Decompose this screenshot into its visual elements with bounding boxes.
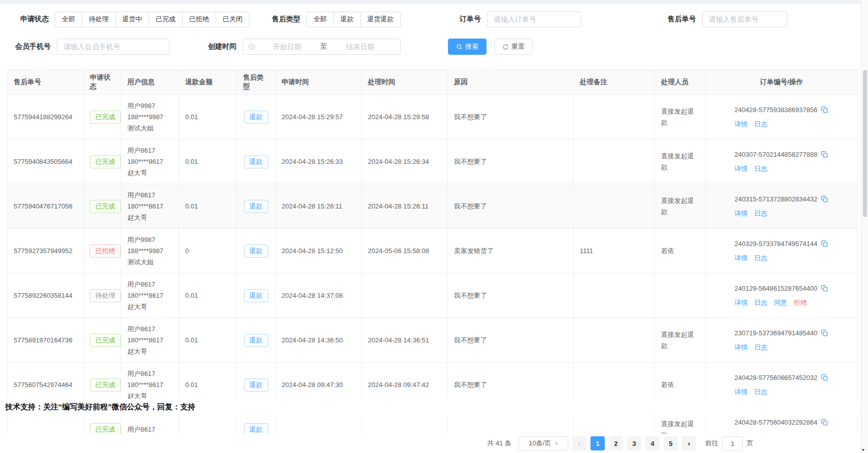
action-link-详情[interactable]: 详情 [735, 299, 748, 306]
page-button-2[interactable]: 2 [609, 436, 623, 450]
user-info-line: 用户8617 [127, 368, 172, 379]
column-header-8: 处理备注 [574, 70, 655, 95]
search-icon [456, 44, 463, 50]
user-info-line: 用户8617 [127, 190, 172, 201]
type-filter-option-1[interactable]: 退款 [333, 12, 361, 27]
reason-cell: 我不想要了 [448, 184, 574, 229]
action-link-日志[interactable]: 日志 [754, 210, 768, 217]
scrollbar-thumb[interactable] [863, 70, 867, 217]
action-link-详情[interactable]: 详情 [735, 388, 748, 396]
reason-cell: 我不想要了 [448, 273, 574, 318]
date-range-picker[interactable]: 至 [242, 39, 401, 55]
phone-input[interactable] [57, 39, 169, 55]
column-header-10: 订单编号/操作 [706, 70, 858, 95]
handle-time-cell: 2024-04-28 14:36:51 [362, 318, 448, 363]
order-number-text: 240329-5733784749574144 [735, 238, 817, 250]
copy-icon[interactable] [821, 240, 828, 248]
reason-cell: 卖家发错货了 [448, 229, 574, 273]
apply-time-cell: 2024-04-28 14:37:08 [275, 273, 362, 318]
user-info-cell: 用户9987188****9987测试大姐 [121, 95, 179, 140]
page-size-select[interactable]: 10条/页 ▾ [518, 436, 568, 450]
type-filter-option-0[interactable]: 全部 [306, 12, 334, 27]
service-no-input[interactable] [702, 11, 787, 27]
copy-icon[interactable] [821, 329, 828, 337]
chevron-down-icon: ▾ [555, 440, 558, 447]
search-button[interactable]: 搜索 [448, 39, 487, 55]
page-button-1[interactable]: 1 [591, 436, 605, 450]
column-header-2: 用户信息 [121, 70, 179, 95]
copy-icon[interactable] [821, 106, 828, 114]
table-row: 5775940476717056已完成用户8617180****8617赵大哥0… [8, 184, 858, 229]
page-button-4[interactable]: 4 [645, 436, 659, 450]
order-number-text: 240428-5775938386937856 [735, 104, 817, 116]
next-page-button[interactable]: › [682, 436, 696, 450]
refund-amount-cell: 0 [179, 229, 237, 273]
copy-icon[interactable] [821, 419, 828, 426]
action-link-日志[interactable]: 日志 [754, 254, 768, 262]
handle-time-cell: 2024-05-06 15:58:08 [362, 229, 448, 273]
handler-cell: 直接发起退款 [655, 140, 706, 184]
prev-page-button[interactable]: ‹ [572, 436, 586, 450]
user-info-line: 188****9987 [127, 246, 172, 257]
vertical-scrollbar[interactable]: ▾ [861, 0, 868, 453]
order-number-text: 240315-5713728802834432 [735, 194, 817, 205]
action-link-详情[interactable]: 详情 [735, 254, 748, 262]
action-link-详情[interactable]: 详情 [735, 120, 748, 128]
action-link-详情[interactable]: 详情 [735, 343, 748, 351]
row-actions: 详情日志同意拒绝 [735, 297, 828, 308]
column-header-1: 申请状态 [84, 70, 121, 95]
column-header-0: 售后单号 [8, 70, 84, 95]
goto-page-input[interactable] [722, 436, 743, 450]
order-ops-cell: 230719-5373694791485440详情日志 [706, 318, 858, 363]
status-tag: 已完成 [90, 378, 121, 392]
start-date-input[interactable] [257, 43, 317, 51]
status-filter-option-3[interactable]: 已完成 [149, 12, 183, 27]
copy-icon[interactable] [821, 195, 828, 203]
type-cell: 退款 [237, 229, 275, 273]
copy-icon[interactable] [821, 285, 828, 292]
type-cell: 退款 [237, 184, 275, 229]
column-header-5: 申请时间 [275, 70, 362, 95]
action-link-日志[interactable]: 日志 [754, 299, 768, 306]
service-no-label: 售后单号 [668, 15, 696, 24]
action-link-日志[interactable]: 日志 [754, 343, 768, 351]
user-info-line: 测试大姐 [127, 257, 172, 268]
user-info-cell: 用户9987188****9987测试大姐 [121, 229, 179, 273]
page-button-5[interactable]: 5 [664, 436, 678, 450]
service-order-number: 5775891970164736 [8, 318, 84, 363]
status-filter-option-0[interactable]: 全部 [55, 12, 82, 27]
type-tag: 退款 [244, 245, 268, 258]
order-ops-cell: 240129-5648615287654400详情日志同意拒绝 [706, 273, 858, 318]
refund-amount-cell: 0.01 [179, 184, 237, 229]
action-link-同意[interactable]: 同意 [774, 299, 787, 306]
user-info-cell: 用户8617180****8617赵大哥 [121, 318, 179, 363]
status-filter-group: 全部待处理退货中已完成已拒绝已关闭 [55, 12, 250, 27]
created-time-label: 创建时间 [208, 42, 236, 51]
order-number-text: 240129-5648615287654400 [735, 283, 817, 294]
action-link-日志[interactable]: 日志 [754, 120, 768, 128]
status-filter-option-2[interactable]: 退货中 [115, 12, 149, 27]
action-link-详情[interactable]: 详情 [735, 210, 748, 217]
type-filter-option-2[interactable]: 退货退款 [360, 12, 401, 27]
reason-cell: 我不想要了 [448, 318, 574, 363]
scrollbar-down-arrow[interactable]: ▾ [862, 447, 864, 452]
column-header-4: 售后类型 [237, 70, 275, 95]
row-actions: 详情日志 [735, 342, 828, 353]
handler-cell: 直接发起退款 [655, 184, 706, 229]
action-link-日志[interactable]: 日志 [754, 388, 768, 396]
reset-button[interactable]: 重置 [494, 39, 533, 55]
page-button-3[interactable]: 3 [627, 436, 641, 450]
end-date-input[interactable] [330, 43, 390, 51]
action-link-详情[interactable]: 详情 [735, 165, 748, 172]
status-filter-option-5[interactable]: 已关闭 [216, 12, 250, 27]
status-filter-option-1[interactable]: 待处理 [82, 12, 116, 27]
service-order-number: 5775892260358144 [8, 273, 84, 318]
action-link-日志[interactable]: 日志 [754, 165, 768, 172]
copy-icon[interactable] [821, 151, 828, 158]
handler-cell: 直接发起退款 [655, 318, 706, 363]
status-filter-option-4[interactable]: 已拒绝 [182, 12, 216, 27]
order-no-input[interactable] [487, 11, 581, 27]
action-link-拒绝[interactable]: 拒绝 [794, 299, 807, 306]
goto-label: 前往 [705, 439, 718, 448]
copy-icon[interactable] [821, 374, 828, 381]
